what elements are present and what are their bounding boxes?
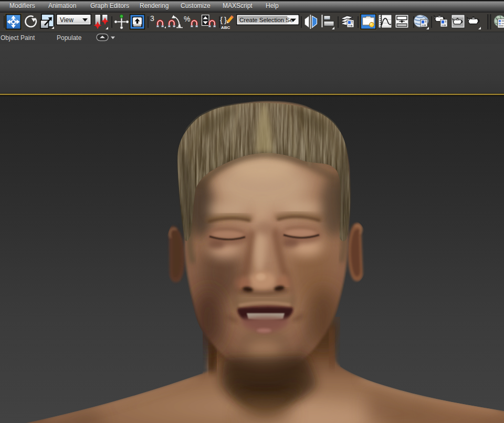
svg-text:3: 3 (150, 14, 154, 23)
svg-text:View: View (60, 16, 74, 24)
svg-text:Create Selection Se: Create Selection Se (239, 17, 293, 23)
svg-text:{ }: { } (220, 15, 227, 24)
svg-text:%: % (184, 15, 190, 23)
svg-text:ABC: ABC (221, 25, 230, 30)
